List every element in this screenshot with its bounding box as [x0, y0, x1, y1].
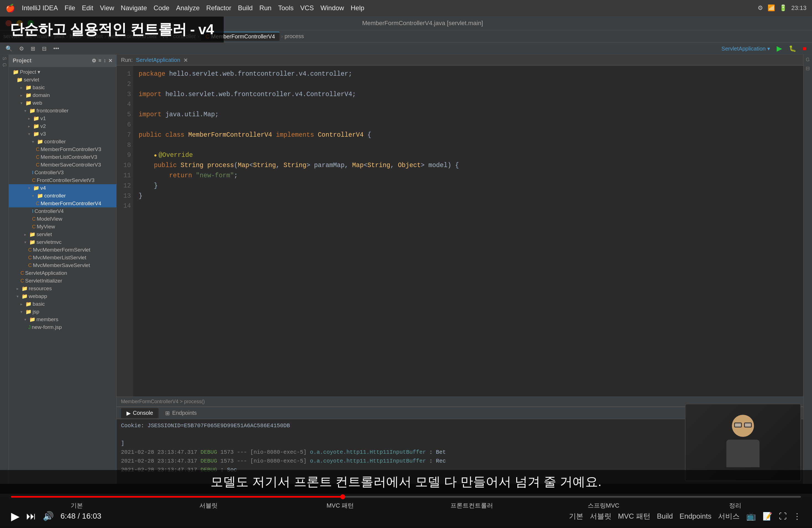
progress-track[interactable]: [11, 496, 801, 498]
menu-navigate[interactable]: Navigate: [121, 4, 147, 12]
menu-build[interactable]: Build: [238, 4, 253, 12]
menu-intellij[interactable]: IntelliJ IDEA: [22, 4, 58, 12]
run-config-dropdown[interactable]: ServletApplication ▾: [719, 44, 772, 53]
tree-item-servletapp[interactable]: C ServletApplication: [9, 269, 116, 277]
chapter-btn-mvc[interactable]: MVC 패턴: [618, 511, 650, 521]
tree-label-v1: v1: [40, 115, 46, 121]
chapter-btn-servlet[interactable]: 서블릿: [590, 511, 611, 521]
breadcrumb-process[interactable]: process: [285, 33, 304, 40]
chapter-btn-summary[interactable]: 서비스: [718, 511, 740, 521]
tree-item-resources[interactable]: ▸ 📁 resources: [9, 285, 116, 292]
menu-run[interactable]: Run: [259, 4, 272, 12]
stop-button[interactable]: ■: [801, 44, 809, 53]
tree-item-frontcontroller[interactable]: ▾ 📁 frontcontroller: [9, 107, 116, 115]
tree-item-v2[interactable]: ▸ 📁 v2: [9, 122, 116, 130]
tree-item-modelview[interactable]: C ModelView: [9, 215, 116, 223]
folder-icon: 📁: [29, 108, 35, 114]
play-button[interactable]: ▶: [11, 510, 19, 523]
git-icon[interactable]: G: [1, 63, 7, 67]
tree-item-newform[interactable]: J new-form.jsp: [9, 323, 116, 331]
tree-item-controller-v4[interactable]: ▾ 📁 controller: [9, 192, 116, 200]
apple-icon[interactable]: 🍎: [5, 4, 15, 13]
right-sidebar-icon-1[interactable]: G: [806, 57, 810, 63]
chapter-label-0[interactable]: 기본: [11, 501, 143, 510]
menu-help[interactable]: Help: [351, 4, 364, 12]
project-settings-icon[interactable]: ⚙: [92, 58, 96, 64]
collapse-all-icon[interactable]: ⊟: [40, 44, 49, 53]
tree-item-myview[interactable]: C MyView: [9, 223, 116, 231]
chapter-label-4[interactable]: 스프링MVC: [538, 501, 669, 510]
run-app[interactable]: ServletApplication: [136, 57, 180, 63]
tree-item-controllerv3[interactable]: I ControllerV3: [9, 169, 116, 176]
expand-all-icon[interactable]: ⊞: [28, 44, 38, 53]
tree-item-servletmvc[interactable]: ▾ 📁 servletmvc: [9, 238, 116, 246]
tree-item-membersavev3[interactable]: C MemberSaveControllerV3: [9, 161, 116, 169]
tree-item-webapp[interactable]: ▾ 📁 webapp: [9, 292, 116, 300]
tree-item-servlet2[interactable]: ▸ 📁 servlet: [9, 231, 116, 238]
menu-tools[interactable]: Tools: [278, 4, 294, 12]
tree-item-mvcmemberform[interactable]: C MvcMemberFormServlet: [9, 246, 116, 254]
tree-item-servlet[interactable]: 📁 servlet: [9, 76, 116, 84]
tab-endpoints[interactable]: ⊞ Endpoints: [160, 408, 202, 418]
chapter-btn-spring[interactable]: Endpoints: [679, 512, 711, 520]
menu-edit[interactable]: Edit: [82, 4, 93, 12]
tree-item-controllerv4[interactable]: I ControllerV4: [9, 207, 116, 215]
tree-item-jsp[interactable]: ▾ 📁 jsp: [9, 308, 116, 316]
person-body: [726, 440, 759, 467]
menu-analyze[interactable]: Analyze: [176, 4, 199, 12]
code-line-14: [139, 201, 798, 211]
notes-button[interactable]: 📝: [763, 512, 772, 521]
chapter-label-1[interactable]: 서블릿: [143, 501, 275, 510]
right-sidebar-icon-2[interactable]: ⊟: [806, 65, 810, 72]
code-area[interactable]: 1 2 3 4 5 6 7 8 9 10 11 12 13 14 package…: [117, 66, 803, 397]
tree-item-v1[interactable]: ▸ 📁 v1: [9, 115, 116, 122]
debug-button[interactable]: 🐛: [787, 44, 798, 53]
search-button[interactable]: 🔍: [3, 44, 15, 53]
tree-item-memberformv4[interactable]: C MemberFormControllerV4: [9, 200, 116, 207]
tree-item-web[interactable]: ▾ 📁 web: [9, 99, 116, 107]
run-close[interactable]: ✕: [184, 57, 188, 63]
menu-refactor[interactable]: Refactor: [206, 4, 231, 12]
tree-item-project[interactable]: 📁 Project ▾: [9, 68, 116, 76]
volume-button[interactable]: 🔊: [43, 511, 54, 522]
project-close-icon[interactable]: ✕: [108, 58, 112, 64]
tree-item-servletinitializer[interactable]: C ServletInitializer: [9, 277, 116, 285]
tree-item-controller-v3[interactable]: ▾ 📁 controller: [9, 138, 116, 146]
settings-icon[interactable]: ⚙: [17, 44, 26, 53]
run-button[interactable]: ▶: [774, 43, 784, 54]
tree-item-memberlistv3[interactable]: C MemberListControllerV3: [9, 153, 116, 161]
tree-item-mvcmembersave[interactable]: C MvcMemberSaveServlet: [9, 262, 116, 269]
tree-label-frontcontrollerv3: FrontControllerServletV3: [37, 177, 95, 184]
tree-item-basic2[interactable]: ▸ 📁 basic: [9, 300, 116, 308]
more-icon[interactable]: •••: [51, 44, 61, 53]
tree-item-frontcontrollerservletv3[interactable]: C FrontControllerServletV3: [9, 176, 116, 184]
tree-item-basic[interactable]: ▸ 📁 basic: [9, 84, 116, 91]
project-collapse-icon[interactable]: ≡: [98, 58, 101, 63]
chapter-label-3[interactable]: 프론트컨트롤러: [406, 501, 538, 510]
tree-item-memberformv3[interactable]: C MemberFormControllerV3: [9, 146, 116, 153]
tree-label-myview: MyView: [37, 224, 55, 230]
chapter-label-5[interactable]: 정리: [669, 501, 801, 510]
menu-code[interactable]: Code: [154, 4, 169, 12]
menu-window[interactable]: Window: [320, 4, 344, 12]
menu-view[interactable]: View: [100, 4, 114, 12]
fullscreen-button[interactable]: ⛶: [779, 512, 787, 521]
cast-button[interactable]: 📺: [746, 512, 756, 521]
structure-icon[interactable]: S: [1, 57, 7, 60]
tree-item-v3[interactable]: ▾ 📁 v3: [9, 130, 116, 138]
progress-container[interactable]: [0, 496, 812, 498]
tree-label-servletapp: ServletApplication: [25, 270, 67, 276]
project-sort-icon[interactable]: ↕: [104, 58, 106, 63]
next-button[interactable]: ⏭: [26, 510, 36, 522]
chapter-btn-front[interactable]: Build: [657, 512, 673, 520]
menu-vcs[interactable]: VCS: [300, 4, 314, 12]
menu-file[interactable]: File: [64, 4, 75, 12]
tab-console[interactable]: ▶ Console: [121, 408, 159, 418]
chapter-btn-basic[interactable]: 기본: [569, 511, 583, 521]
tree-item-v4[interactable]: ▾ 📁 v4: [9, 184, 116, 192]
more-options-button[interactable]: ⋮: [793, 512, 801, 521]
tree-item-domain[interactable]: ▸ 📁 domain: [9, 91, 116, 99]
tree-item-members[interactable]: ▾ 📁 members: [9, 316, 116, 323]
tree-item-mvcmemberlist[interactable]: C MvcMemberListServlet: [9, 254, 116, 262]
chapter-label-2[interactable]: MVC 패턴: [274, 501, 406, 510]
